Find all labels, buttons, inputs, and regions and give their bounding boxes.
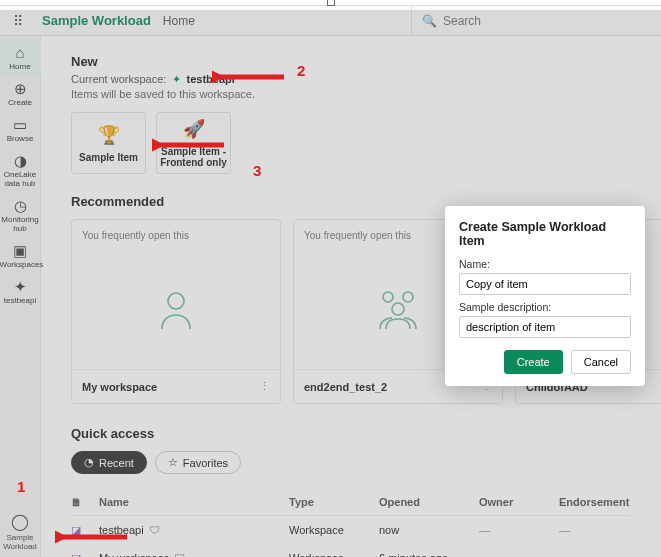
modal-name-input[interactable] [459, 273, 631, 295]
modal-desc-label: Sample description: [459, 301, 631, 313]
workspace-badge-icon: ✦ [169, 73, 183, 86]
col-endorsement: Endorsement [559, 496, 649, 508]
rail-create[interactable]: ⊕ Create [0, 76, 41, 112]
brand-title[interactable]: Sample Workload [36, 13, 157, 28]
more-icon[interactable]: ⋮ [259, 380, 270, 393]
col-icon: 🗎 [71, 496, 99, 508]
rec-card-my-workspace[interactable]: You frequently open this My workspace⋮ [71, 219, 281, 404]
rail-home[interactable]: ⌂ Home [0, 40, 41, 76]
annotation-number-1: 1 [17, 478, 25, 495]
sample-workload-icon: ◯ [0, 512, 41, 531]
create-icon: ⊕ [0, 81, 41, 96]
annotation-arrow-3 [152, 130, 230, 160]
create-item-modal: Create Sample Workload Item Name: Sample… [445, 206, 645, 386]
new-section-title: New [71, 54, 631, 69]
app-launcher-icon[interactable]: ⠿ [0, 13, 36, 29]
search-input[interactable] [443, 14, 643, 28]
annotation-number-3: 3 [253, 162, 261, 179]
search-icon: 🔍 [422, 14, 437, 28]
people-icon [372, 251, 424, 369]
breadcrumb[interactable]: Home [157, 14, 201, 28]
table-row[interactable]: ◪ My workspace🛡 Workspace 6 minutes ago … [71, 544, 631, 557]
star-icon: ☆ [168, 456, 178, 469]
qa-table-header: 🗎 Name Type Opened Owner Endorsement [71, 488, 631, 516]
annotation-arrow-2 [212, 62, 290, 92]
col-owner: Owner [479, 496, 559, 508]
current-workspace-line: Current workspace: ✦ testbeapi [71, 73, 631, 86]
trophy-icon: 🏆 [98, 124, 120, 146]
window-notch [327, 0, 335, 6]
rail-monitoring[interactable]: ◷ Monitoring hub [0, 193, 41, 238]
annotation-number-2: 2 [297, 62, 305, 79]
shield-icon: 🛡 [149, 524, 160, 536]
modal-desc-input[interactable] [459, 316, 631, 338]
rail-workspaces[interactable]: ▣ Workspaces [0, 238, 41, 274]
svg-point-1 [383, 292, 393, 302]
rail-onelake[interactable]: ◑ OneLake data hub [0, 148, 41, 193]
onelake-icon: ◑ [0, 153, 41, 168]
annotation-arrow-1 [55, 522, 133, 552]
browse-icon: ▭ [0, 117, 41, 132]
workspace-row-icon: ◪ [71, 552, 99, 558]
svg-point-2 [403, 292, 413, 302]
svg-point-3 [392, 303, 404, 315]
home-icon: ⌂ [0, 45, 41, 60]
svg-point-0 [168, 293, 184, 309]
card-sample-item[interactable]: 🏆 Sample Item [71, 112, 146, 174]
rail-sample-workload[interactable]: ◯ Sample Workload [0, 506, 41, 557]
person-icon [156, 251, 196, 369]
rail-testbeapi[interactable]: ✦ testbeapi [0, 274, 41, 310]
col-opened: Opened [379, 496, 479, 508]
col-name: Name [99, 496, 289, 508]
create-button[interactable]: Create [504, 350, 563, 374]
rail-browse[interactable]: ▭ Browse [0, 112, 41, 148]
shield-icon: 🛡 [174, 552, 185, 557]
quick-access-title: Quick access [71, 426, 631, 441]
workspace-icon: ✦ [0, 279, 41, 294]
col-type: Type [289, 496, 379, 508]
monitoring-icon: ◷ [0, 198, 41, 213]
tab-recent[interactable]: ◔Recent [71, 451, 147, 474]
search-box[interactable]: 🔍 [411, 6, 661, 35]
new-hint: Items will be saved to this workspace. [71, 88, 631, 100]
tab-favorites[interactable]: ☆Favorites [155, 451, 241, 474]
cancel-button[interactable]: Cancel [571, 350, 631, 374]
header-bar: ⠿ Sample Workload Home 🔍 [0, 6, 661, 36]
modal-title: Create Sample Workload Item [459, 220, 631, 248]
clock-icon: ◔ [84, 456, 94, 469]
table-row[interactable]: ◪ testbeapi🛡 Workspace now — — [71, 516, 631, 544]
workspaces-icon: ▣ [0, 243, 41, 258]
modal-name-label: Name: [459, 258, 631, 270]
